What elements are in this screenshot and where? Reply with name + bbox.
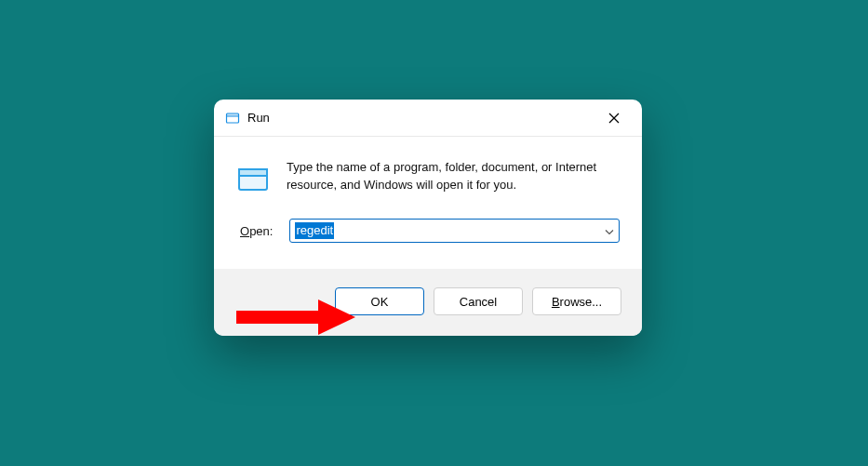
open-combobox[interactable]: regedit — [289, 219, 620, 243]
dialog-title: Run — [247, 111, 594, 125]
close-button[interactable] — [594, 104, 634, 132]
open-input[interactable] — [289, 219, 620, 243]
run-app-icon — [225, 111, 240, 126]
close-icon — [608, 113, 620, 124]
open-label: Open: — [240, 224, 273, 238]
browse-button[interactable]: Browse... — [532, 287, 621, 315]
run-dialog: Run Type the name of a program, folder, … — [214, 100, 642, 336]
dialog-body: Type the name of a program, folder, docu… — [214, 137, 642, 269]
cancel-button[interactable]: Cancel — [434, 287, 523, 315]
dialog-footer: OK Cancel Browse... — [214, 269, 642, 336]
dialog-description: Type the name of a program, folder, docu… — [287, 159, 620, 194]
titlebar: Run — [214, 100, 642, 137]
ok-button[interactable]: OK — [335, 287, 424, 315]
run-large-icon — [236, 163, 270, 196]
svg-rect-6 — [239, 169, 267, 176]
